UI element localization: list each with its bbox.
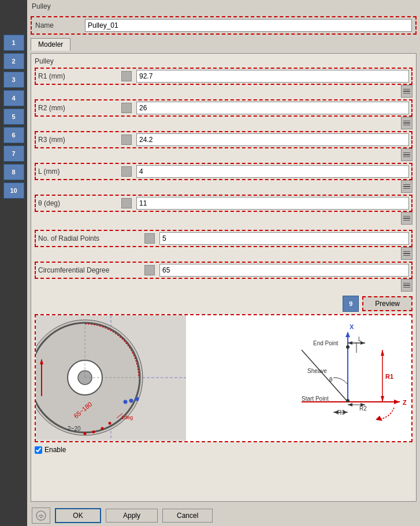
svg-text:1deg: 1deg [121, 415, 133, 420]
field-r3-box: R3 (mm) [35, 131, 412, 148]
field-l-menu[interactable] [401, 180, 412, 193]
svg-text:θ: θ [329, 376, 333, 383]
sidebar-btn-5[interactable]: 5 [3, 109, 24, 125]
svg-point-53 [36, 511, 46, 520]
diagram-right: Z X θ [186, 315, 411, 441]
field-circum-input[interactable] [159, 264, 409, 277]
field-r1-checkbox[interactable] [121, 71, 132, 81]
svg-point-40 [346, 345, 350, 349]
svg-text:L: L [358, 336, 362, 342]
field-circum-menu[interactable] [401, 279, 412, 292]
name-input[interactable] [85, 19, 412, 32]
page-title: Pulley [32, 2, 51, 10]
field-theta-menu[interactable] [401, 212, 412, 225]
field-radial-menu[interactable] [401, 247, 412, 260]
svg-point-15 [135, 397, 139, 401]
field-theta-label: θ (deg) [38, 199, 119, 207]
field-theta-checkbox[interactable] [121, 198, 132, 208]
sidebar-btn-4[interactable]: 4 [3, 90, 24, 106]
field-r1-input[interactable] [136, 70, 409, 83]
svg-point-13 [124, 400, 128, 404]
pulley-svg-left: 65~180 2~20 1deg [36, 315, 186, 439]
field-r2-checkbox[interactable] [121, 103, 132, 113]
svg-text:Z: Z [403, 399, 407, 406]
sidebar-btn-2[interactable]: 2 [3, 53, 24, 69]
ok-button[interactable]: OK [55, 508, 101, 523]
field-radial-input[interactable] [159, 232, 409, 245]
sidebar-btn-1[interactable]: 1 [3, 35, 24, 51]
field-r1-menu[interactable] [401, 85, 412, 98]
svg-text:Sheave: Sheave [307, 368, 327, 374]
pulley-svg-right: Z X θ [186, 315, 411, 439]
field-r3-input[interactable] [136, 133, 409, 146]
svg-text:End Point: End Point [313, 340, 339, 346]
name-row-box: Name [31, 16, 417, 35]
field-radial-checkbox[interactable] [144, 233, 155, 244]
form-area: Name Modeler Pulley R1 (mm) [27, 13, 420, 505]
field-r3-checkbox[interactable] [121, 135, 132, 145]
svg-point-14 [129, 399, 133, 403]
apply-button[interactable]: Apply [106, 509, 158, 523]
svg-text:R2: R2 [359, 405, 367, 412]
sidebar-btn-8[interactable]: 8 [3, 164, 24, 180]
bottom-buttons: OK Apply Cancel [27, 505, 420, 526]
field-l-input[interactable] [136, 165, 409, 178]
field-l-box: L (mm) [35, 163, 412, 180]
field-theta-input[interactable] [136, 197, 409, 210]
enable-checkbox[interactable] [35, 446, 42, 454]
title-bar: Pulley [27, 0, 420, 13]
svg-point-42 [346, 399, 350, 402]
field-r2-input[interactable] [136, 102, 409, 114]
enable-row: Enable [35, 446, 412, 454]
field-r3-menu[interactable] [401, 148, 412, 161]
svg-point-54 [40, 517, 42, 518]
field-radial-box: No. of Radial Points [35, 230, 412, 247]
enable-label: Enable [44, 446, 66, 454]
field-circum-checkbox[interactable] [144, 265, 155, 275]
field-r2-label: R2 (mm) [38, 104, 119, 112]
svg-point-9 [84, 432, 87, 435]
field-r1-box: R1 (mm) [35, 68, 412, 85]
field-theta-box: θ (deg) [35, 195, 412, 212]
sidebar-btn-3[interactable]: 3 [3, 72, 24, 88]
field-r2-box: R2 (mm) [35, 99, 412, 117]
svg-rect-20 [186, 315, 411, 439]
preview-button[interactable]: Preview [362, 296, 412, 311]
tab-modeler[interactable]: Modeler [31, 38, 70, 51]
svg-text:X: X [350, 323, 354, 330]
svg-text:Start Point: Start Point [302, 396, 329, 402]
field-r2-menu[interactable] [401, 117, 412, 129]
tab-bar: Modeler [31, 38, 417, 51]
preview-row: 9 Preview [35, 296, 412, 312]
panel-title: Pulley [35, 57, 412, 65]
svg-point-12 [109, 422, 111, 425]
svg-text:R1: R1 [385, 373, 393, 380]
field-radial-label: No. of Radial Points [38, 234, 142, 243]
main-container: 1 2 3 4 5 6 7 8 10 Pulley Name Modeler [0, 0, 420, 526]
diagram-area: 65~180 2~20 1deg [35, 314, 412, 442]
svg-text:2~20: 2~20 [68, 426, 81, 432]
field-r3-label: R3 (mm) [38, 136, 119, 144]
field-circum-label: Circumferential Degree [38, 266, 142, 274]
content-area: Pulley Name Modeler Pulley R1 (mm) [27, 0, 420, 526]
sidebar-btn-7[interactable]: 7 [3, 146, 24, 162]
preview-badge: 9 [343, 296, 359, 312]
tool-icon-btn[interactable] [32, 508, 50, 524]
left-sidebar: 1 2 3 4 5 6 7 8 10 [0, 0, 27, 526]
cancel-button[interactable]: Cancel [162, 509, 213, 523]
svg-point-10 [92, 431, 95, 434]
field-l-label: L (mm) [38, 167, 119, 176]
sidebar-btn-6[interactable]: 6 [3, 127, 24, 143]
name-label: Name [35, 21, 81, 29]
svg-point-11 [101, 427, 104, 430]
diagram-left: 65~180 2~20 1deg [36, 315, 186, 441]
field-circum-box: Circumferential Degree [35, 262, 412, 279]
sidebar-btn-10[interactable]: 10 [3, 182, 24, 199]
field-l-checkbox[interactable] [121, 166, 132, 177]
field-r1-label: R1 (mm) [38, 72, 119, 80]
panel: Pulley R1 (mm) R2 (mm) [31, 53, 417, 502]
